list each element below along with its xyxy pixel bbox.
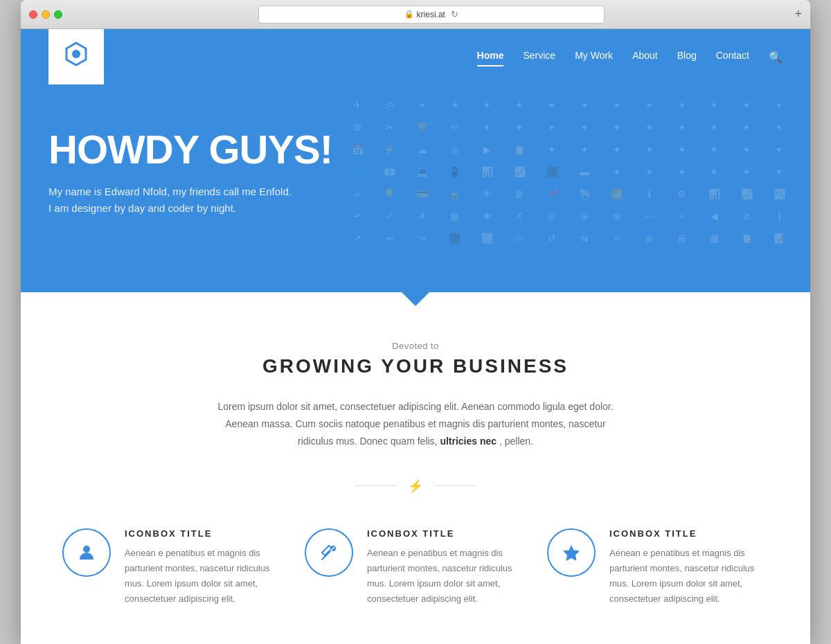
site-nav: Home Service My Work About Blog Contact … — [477, 50, 783, 64]
url-text: kriesi.at — [417, 10, 445, 19]
iconbox-title-3: ICONBOX TITLE — [609, 528, 769, 539]
icon-box-3: ICONBOX TITLE Aenean e penatibus et magn… — [547, 528, 769, 607]
icon-circle-3 — [547, 528, 596, 577]
iconbox-title-2: ICONBOX TITLE — [367, 528, 526, 539]
bolt-icon: ⚡ — [408, 478, 423, 494]
browser-window: 🔒 kriesi.at ↻ + Home Service My Wor — [21, 0, 810, 644]
logo-box[interactable] — [48, 29, 104, 84]
body-text-1: Lorem ipsum dolor sit amet, consectetuer… — [217, 401, 613, 412]
nav-contact[interactable]: Contact — [716, 50, 749, 64]
iconbox-title-1: ICONBOX TITLE — [125, 528, 284, 539]
iconbox-content-2: ICONBOX TITLE Aenean e penatibus et magn… — [367, 528, 526, 607]
svg-marker-5 — [563, 545, 580, 561]
body-text-bold: ultricies nec — [440, 436, 497, 447]
hero-subtitle: My name is Edward Nfold, my friends call… — [48, 184, 783, 217]
nav-my-work[interactable]: My Work — [575, 50, 613, 64]
iconbox-text-2: Aenean e penatibus et magnis dis parturi… — [367, 546, 526, 607]
body-text-4: , pellen. — [499, 436, 533, 447]
nav-about[interactable]: About — [632, 50, 658, 64]
section-title: GROWING YOUR BUSINESS — [48, 355, 783, 377]
icon-boxes-container: ICONBOX TITLE Aenean e penatibus et magn… — [48, 528, 783, 607]
icon-box-1: ICONBOX TITLE Aenean e penatibus et magn… — [62, 528, 284, 607]
address-bar-wrapper: 🔒 kriesi.at ↻ — [73, 6, 789, 24]
nav-blog[interactable]: Blog — [677, 50, 697, 64]
nav-search-icon[interactable]: 🔍 — [769, 51, 783, 64]
iconbox-text-1: Aenean e penatibus et magnis dis parturi… — [125, 546, 284, 607]
close-dot[interactable] — [29, 10, 37, 19]
body-text-3: ridiculus mus. Donec quam felis, — [298, 436, 438, 447]
browser-toolbar: 🔒 kriesi.at ↻ + — [21, 0, 810, 29]
hero-subtitle-line1: My name is Edward Nfold, my friends call… — [48, 186, 292, 197]
iconbox-text-3: Aenean e penatibus et magnis dis parturi… — [609, 546, 769, 607]
maximize-dot[interactable] — [54, 10, 62, 19]
reload-button[interactable]: ↻ — [451, 9, 458, 19]
address-bar[interactable]: 🔒 kriesi.at ↻ — [258, 6, 605, 24]
hero-subtitle-line2: I am designer by day and coder by night. — [48, 202, 236, 214]
section-divider: ⚡ — [48, 478, 783, 494]
hero-section: HOWDY GUYS! My name is Edward Nfold, my … — [21, 84, 810, 292]
logo-icon — [62, 40, 90, 74]
website-content: Home Service My Work About Blog Contact … — [21, 29, 810, 644]
nav-service[interactable]: Service — [523, 50, 555, 64]
divider-right — [434, 485, 476, 486]
iconbox-content-3: ICONBOX TITLE Aenean e penatibus et magn… — [609, 528, 769, 607]
hero-title: HOWDY GUYS! — [48, 126, 783, 172]
svg-point-2 — [83, 546, 90, 553]
new-tab-button[interactable]: + — [794, 7, 802, 21]
minimize-dot[interactable] — [42, 10, 50, 19]
section-body-text: Lorem ipsum dolor sit amet, consectetuer… — [208, 398, 623, 451]
iconbox-content-1: ICONBOX TITLE Aenean e penatibus et magn… — [125, 528, 284, 607]
browser-dots — [29, 10, 62, 19]
site-header: Home Service My Work About Blog Contact … — [21, 29, 810, 84]
main-content-section: Devoted to GROWING YOUR BUSINESS Lorem i… — [21, 292, 810, 644]
divider-left — [355, 485, 397, 486]
devoted-label: Devoted to — [48, 341, 783, 351]
icon-circle-2 — [305, 528, 353, 577]
body-text-2: Aenean massa. Cum sociis natoque penatib… — [225, 418, 605, 429]
arrow-down-icon — [402, 292, 429, 306]
nav-home[interactable]: Home — [477, 50, 504, 64]
lock-icon: 🔒 — [404, 10, 414, 19]
icon-circle-1 — [62, 528, 111, 577]
icon-box-2: ICONBOX TITLE Aenean e penatibus et magn… — [305, 528, 526, 607]
svg-point-1 — [72, 50, 80, 58]
